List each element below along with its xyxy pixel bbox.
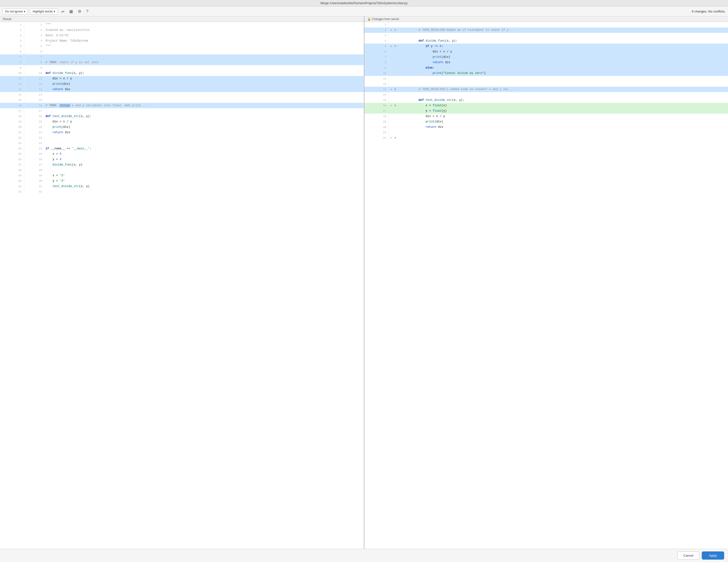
- merge-accept-button[interactable]: «: [390, 29, 392, 31]
- table-row: 8 8 # TODO: check if y is not zero: [0, 60, 364, 65]
- line-code: # TODO_RESOLVED:I added code to convert …: [417, 87, 728, 92]
- table-row: 2 « ✕ # TODO_RESOLVED:Added an if statem…: [364, 27, 728, 33]
- table-row: 4 4 Project Name: ToDoSystem: [0, 38, 364, 44]
- do-not-ignore-button[interactable]: Do not ignore ▾: [2, 9, 28, 14]
- line-code: """: [44, 22, 364, 27]
- apply-button[interactable]: Apply: [702, 551, 724, 560]
- filter-icon: ⇌: [61, 9, 64, 13]
- merge-accept-button-13[interactable]: «: [390, 88, 392, 91]
- line-code: [44, 189, 364, 194]
- line-code: div = x / y: [44, 76, 364, 81]
- table-row: 7 7: [0, 54, 364, 60]
- line-code: print(div): [44, 81, 364, 87]
- line-num-outer: 1: [0, 22, 24, 27]
- do-not-ignore-label: Do not ignore: [5, 10, 23, 13]
- highlight-words-label: Highlight words: [33, 10, 53, 13]
- line-code: def divide_func(x, y):: [44, 71, 364, 76]
- merge-reject-button-5[interactable]: ✕: [394, 45, 397, 48]
- line-code: [44, 135, 364, 141]
- line-code: div = x / y: [44, 119, 364, 124]
- table-row: 3 3 Date: 5/12/23: [0, 33, 364, 38]
- table-row: 21 21 return div: [0, 130, 364, 135]
- question-icon: ?: [86, 9, 88, 13]
- left-panel-title: Result: [3, 17, 11, 21]
- left-panel-header: Result: [0, 16, 364, 22]
- table-row: 5 « ✕ if y != 0:: [364, 44, 728, 49]
- footer: Cancel Apply: [0, 549, 728, 562]
- table-row: 21: [364, 130, 728, 135]
- merge-accept-button-5[interactable]: «: [390, 45, 392, 48]
- line-code: x = 5: [44, 151, 364, 157]
- table-row: 28 28: [0, 167, 364, 173]
- right-panel-header: 🔒 Changes from server: [364, 16, 728, 22]
- line-code: if __name__ == '__main__':: [44, 146, 364, 151]
- line-code: y = 4: [44, 157, 364, 162]
- table-row: 27 27 divide_func(x, y): [0, 162, 364, 167]
- line-code: x = float(x): [417, 103, 728, 108]
- table-row: 14: [364, 92, 728, 97]
- line-code: div = x / y: [417, 114, 728, 119]
- merge-accept-button-16[interactable]: «: [390, 104, 392, 107]
- table-row: 7 print(div): [364, 54, 728, 60]
- settings-icon-button[interactable]: ⚙: [76, 8, 83, 15]
- cancel-button[interactable]: Cancel: [677, 551, 699, 560]
- table-row: 30 30 y = '4': [0, 178, 364, 184]
- line-code: print("Cannot divide by zero"): [417, 71, 728, 76]
- table-row: 4 def divide_func(x, y):: [364, 38, 728, 44]
- table-row: 16 « ✕ x = float(x): [364, 103, 728, 108]
- table-row: 20 20 print(div): [0, 124, 364, 130]
- table-row: 2 2 Created by: vasilisvittis: [0, 27, 364, 33]
- table-row: 1: [364, 22, 728, 27]
- highlight-words-button[interactable]: Highlight words ▾: [30, 9, 58, 14]
- line-code: def divide_func(x, y):: [417, 38, 728, 44]
- line-code: x = '5': [44, 173, 364, 178]
- table-row: 12 12 print(div): [0, 81, 364, 87]
- line-code: if y != 0:: [417, 44, 728, 49]
- line-code: [44, 141, 364, 146]
- merge-accept-button-22[interactable]: «: [390, 136, 392, 139]
- table-row: 22 22: [0, 135, 364, 141]
- table-row: 19 print(div): [364, 119, 728, 124]
- table-row: 26 26 y = 4: [0, 157, 364, 162]
- merge-reject-button[interactable]: ✕: [394, 29, 397, 31]
- line-num-inner: 1: [24, 22, 44, 27]
- table-row: 11 11 div = x / y: [0, 76, 364, 81]
- table-row: 17 17: [0, 108, 364, 114]
- table-row: 19 19 div = x / y: [0, 119, 364, 124]
- line-code: Created by: vasilisvittis: [44, 27, 364, 33]
- table-row: 9 9: [0, 65, 364, 71]
- right-code-area[interactable]: 1 2 « ✕ # TODO_RESOLVED:Added an if stat…: [364, 22, 728, 549]
- line-code: div = x / y: [417, 49, 728, 54]
- table-row: 20 return div: [364, 124, 728, 130]
- left-code-area[interactable]: 1 1 """ 2 2 Created by: vasilisvittis 3 …: [0, 22, 364, 549]
- filter-icon-button[interactable]: ⇌: [60, 8, 66, 15]
- merge-reject-button-16[interactable]: ✕: [394, 104, 397, 107]
- title-bar: Merge /Users/vasilisvittis/PycharmProjec…: [0, 0, 728, 7]
- line-code: [417, 135, 728, 141]
- table-row: 8 return div: [364, 60, 728, 65]
- line-code: return div: [44, 130, 364, 135]
- line-code: test_divide_str(x, y): [44, 184, 364, 189]
- table-row: 3: [364, 33, 728, 38]
- merge-reject-button-13[interactable]: ✕: [394, 88, 397, 91]
- table-row: 9 else:: [364, 65, 728, 71]
- line-code: [44, 65, 364, 71]
- line-code: [44, 54, 364, 60]
- chevron-down-icon: ▾: [24, 10, 25, 13]
- line-code: [44, 108, 364, 114]
- right-panel-title: Changes from server: [372, 17, 399, 21]
- line-code: [44, 49, 364, 54]
- title-text: Merge /Users/vasilisvittis/PycharmProjec…: [321, 1, 407, 5]
- line-code: [417, 130, 728, 135]
- gear-icon: ⚙: [78, 9, 81, 13]
- table-row: 13 13 return div: [0, 87, 364, 92]
- chevron-down-icon2: ▾: [54, 10, 55, 13]
- columns-icon-button[interactable]: ▦: [68, 8, 74, 15]
- line-code: def test_divide_str(x, y):: [44, 114, 364, 119]
- merge-reject-button-22[interactable]: ✕: [394, 136, 397, 139]
- table-row: 18 div = x / y: [364, 114, 728, 119]
- conflict-info: 6 changes. No conflicts.: [692, 10, 726, 13]
- line-code: [44, 92, 364, 97]
- help-button[interactable]: ?: [85, 8, 90, 15]
- table-row: 12: [364, 81, 728, 87]
